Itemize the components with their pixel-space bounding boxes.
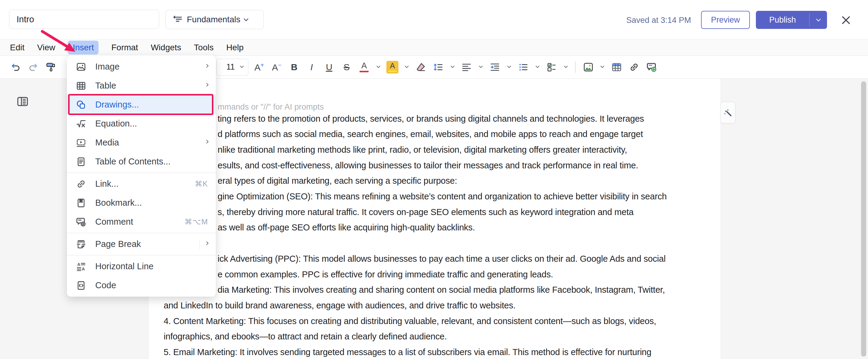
menu-item-label: Page Break [95, 239, 199, 249]
indent-dropdown[interactable] [506, 67, 513, 67]
strikethrough-icon[interactable]: S [340, 60, 353, 74]
document-text-line: gine Optimization (SEO): This means refi… [218, 189, 667, 204]
checklist-icon[interactable] [545, 60, 558, 74]
menu-item-label: Link... [95, 179, 195, 189]
document-text-line: eral types of digital marketing, each se… [218, 173, 457, 189]
highlight-color-dropdown[interactable] [403, 67, 410, 67]
document-text-line: e common examples. PPC is effective for … [218, 266, 553, 282]
document-text-line: 5. Email Marketing: It involves sending … [164, 345, 651, 359]
menu-item-media[interactable]: Media [67, 133, 216, 152]
bullet-list-icon[interactable] [517, 60, 530, 74]
menu-view[interactable]: View [37, 43, 55, 53]
menu-item-equation[interactable]: Equation... [67, 114, 216, 133]
menu-item-label: Media [95, 138, 205, 148]
menu-item-shortcut: ⌘K [195, 180, 208, 188]
highlight-color-icon[interactable]: A [386, 60, 399, 74]
italic-icon[interactable]: I [305, 60, 318, 74]
submenu-divider [199, 239, 200, 249]
insert-image-dropdown[interactable] [599, 67, 606, 67]
font-size-select[interactable]: 11 [216, 59, 248, 75]
menu-item-bookmark[interactable]: Bookmark... [67, 193, 216, 212]
menu-separator [67, 233, 216, 233]
category-label: Fundamentals [187, 15, 240, 24]
menu-edit[interactable]: Edit [10, 43, 24, 53]
media-icon [67, 138, 95, 148]
svg-text:A: A [77, 262, 80, 266]
menu-item-page-break[interactable]: Page Break [67, 235, 216, 254]
insert-image-icon[interactable] [582, 60, 595, 74]
publish-button[interactable]: Publish [756, 11, 827, 29]
comment-icon [67, 217, 95, 227]
document-text-line: esults, and cost-effectiveness, allowing… [218, 158, 638, 173]
insert-table-icon[interactable] [610, 60, 623, 74]
code-icon [67, 281, 95, 291]
menu-item-horizontal-line[interactable]: AAHorizontal Line [67, 257, 216, 276]
underline-icon[interactable]: U [322, 60, 336, 74]
menu-item-label: Drawings... [95, 100, 208, 110]
text-color-dropdown[interactable] [375, 67, 381, 67]
document-text-line: ting refers to the promotion of products… [218, 111, 644, 127]
image-icon [67, 62, 95, 72]
undo-button[interactable] [9, 60, 22, 74]
category-dropdown[interactable]: Fundamentals [165, 10, 264, 29]
toolbar-divider [575, 61, 576, 73]
menu-item-label: Image [95, 62, 205, 72]
menu-separator [67, 255, 216, 255]
menu-item-link[interactable]: Link...⌘K [67, 174, 216, 193]
vertical-scrollbar[interactable] [861, 81, 866, 357]
menu-item-table-of-contents[interactable]: Table of Contents... [67, 152, 216, 171]
menu-format[interactable]: Format [111, 43, 138, 53]
menu-tools[interactable]: Tools [194, 43, 213, 53]
line-spacing-icon[interactable] [432, 60, 445, 74]
redo-button[interactable] [27, 60, 40, 74]
submenu-arrow-icon [205, 140, 209, 144]
menu-item-label: Table [95, 81, 205, 91]
menu-item-image[interactable]: Image [67, 57, 216, 76]
text-color-icon[interactable]: A [358, 60, 371, 74]
menu-insert[interactable]: Insert [68, 41, 98, 55]
menu-item-drawings[interactable]: Drawings... [67, 95, 216, 114]
menu-item-comment[interactable]: Comment⌘⌥M [67, 212, 216, 231]
submenu-arrow-icon [205, 83, 209, 87]
top-bar: Fundamentals Saved at 3:14 PM Preview Pu… [0, 0, 868, 39]
checklist-dropdown[interactable] [562, 67, 569, 67]
document-title-input[interactable] [9, 10, 159, 29]
menu-item-code[interactable]: Code [67, 276, 216, 295]
editor-placeholder-text: mmands or "//" for AI prompts [218, 102, 324, 112]
document-text-line: ick Advertising (PPC): This model allows… [218, 251, 665, 266]
document-text-line: as well as off-page SEO efforts like acq… [218, 220, 475, 235]
document-text-line: d platforms such as social media, search… [218, 127, 643, 142]
menu-help[interactable]: Help [226, 43, 244, 53]
publish-options-button[interactable] [809, 19, 827, 21]
decrease-font-icon[interactable]: A− [270, 60, 283, 74]
indent-icon[interactable] [488, 60, 501, 74]
close-icon[interactable] [840, 14, 852, 26]
menu-item-label: Bookmark... [95, 198, 208, 208]
align-dropdown[interactable] [477, 67, 484, 67]
link-icon [67, 179, 95, 189]
menu-item-label: Code [95, 281, 208, 290]
bookmark-icon [67, 198, 95, 208]
document-text-line: s, thereby driving more natural traffic.… [218, 204, 633, 220]
menu-widgets[interactable]: Widgets [151, 43, 181, 53]
document-text-line: and LinkedIn to build brand awareness, e… [164, 298, 516, 313]
chevron-down-icon [240, 64, 244, 68]
clear-format-eraser-icon[interactable] [414, 60, 427, 74]
line-spacing-dropdown[interactable] [449, 67, 456, 67]
format-painter-icon[interactable] [44, 60, 57, 74]
ai-assistant-button[interactable] [720, 102, 735, 124]
chevron-down-icon [244, 16, 249, 21]
increase-font-icon[interactable]: A+ [253, 60, 266, 74]
add-comment-icon[interactable] [645, 60, 658, 74]
equation-icon [67, 119, 95, 129]
menu-separator [67, 172, 216, 173]
drawings-icon [67, 99, 95, 110]
menu-item-table[interactable]: Table [67, 76, 216, 95]
insert-link-icon[interactable] [627, 60, 641, 74]
document-text-line: 4. Content Marketing: This focuses on cr… [164, 313, 656, 329]
bold-icon[interactable]: B [287, 60, 301, 74]
bullet-list-dropdown[interactable] [534, 67, 541, 67]
preview-button[interactable]: Preview [701, 11, 750, 29]
align-icon[interactable] [460, 60, 473, 74]
sidebar-panel-icon[interactable] [17, 96, 28, 107]
